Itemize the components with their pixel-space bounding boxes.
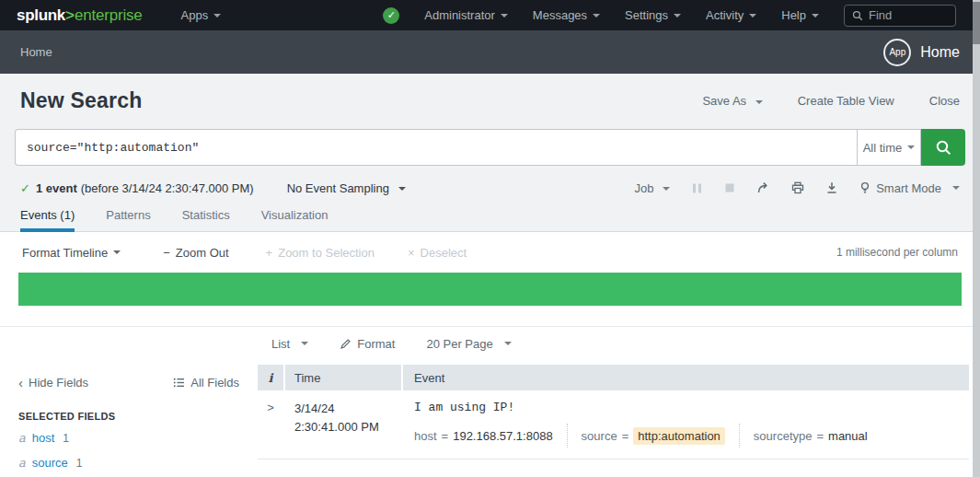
administrator-menu[interactable]: Administrator [424, 8, 508, 22]
field-type-icon: a [18, 455, 26, 471]
hide-fields-button[interactable]: ‹ Hide Fields [18, 376, 88, 390]
column-header-info[interactable]: i [258, 365, 283, 390]
pause-icon [691, 182, 703, 194]
help-menu[interactable]: Help [781, 8, 819, 22]
format-results-button[interactable]: Format [340, 337, 395, 351]
caret-down-icon [663, 187, 670, 191]
vertical-scrollbar[interactable] [973, 0, 980, 477]
list-view-menu[interactable]: List [271, 337, 308, 351]
health-check-icon[interactable]: ✓ [383, 7, 399, 24]
apps-menu[interactable]: Apps [181, 8, 222, 22]
caret-down-icon [749, 14, 756, 17]
event-count-detail: (before 3/14/24 2:30:47.000 PM) [81, 181, 254, 195]
event-sampling-menu[interactable]: No Event Sampling [287, 181, 406, 195]
event-field-source[interactable]: source = http:automation [582, 427, 725, 445]
settings-menu[interactable]: Settings [625, 8, 681, 22]
field-value[interactable]: manual [828, 429, 868, 443]
event-field-host[interactable]: host = 192.168.57.1:8088 [414, 429, 553, 443]
event-field-sourcetype[interactable]: sourcetype = manual [754, 429, 868, 443]
column-header-event[interactable]: Event [403, 365, 969, 390]
deselect-button[interactable]: × Deselect [408, 246, 467, 260]
messages-menu-label: Messages [533, 8, 587, 22]
share-button[interactable] [756, 181, 770, 194]
app-badge-icon: App [883, 39, 911, 66]
logo-splunk: splunk [17, 6, 65, 25]
timeline-histogram-bar[interactable] [18, 273, 962, 306]
all-fields-button[interactable]: All Fields [173, 376, 239, 390]
search-mode-label: Smart Mode [876, 181, 941, 195]
close-link[interactable]: Close [929, 94, 960, 108]
field-item-source[interactable]: a source 1 [18, 455, 239, 471]
per-page-menu[interactable]: 20 Per Page [426, 337, 511, 351]
equals-sign: = [816, 429, 824, 443]
deselect-label: Deselect [421, 246, 467, 260]
settings-menu-label: Settings [625, 8, 668, 22]
tab-events[interactable]: Events (1) [20, 208, 75, 231]
field-item-host[interactable]: a host 1 [18, 430, 239, 447]
help-menu-label: Help [781, 8, 806, 22]
app-bar: Home App Home [0, 30, 980, 74]
caret-down-icon [593, 14, 600, 17]
format-timeline-label: Format Timeline [22, 246, 108, 260]
fields-sidebar: ‹ Hide Fields All Fields SELECTED FIELDS… [0, 365, 258, 477]
format-timeline-menu[interactable]: Format Timeline [22, 246, 121, 260]
results-toolbar: List Format 20 Per Page [0, 326, 980, 360]
zoom-out-button[interactable]: − Zoom Out [163, 246, 228, 260]
expand-event-chevron[interactable]: > [267, 400, 274, 448]
caret-down-icon [907, 145, 915, 149]
search-button[interactable] [921, 129, 965, 166]
zoom-out-label: Zoom Out [176, 246, 229, 260]
zoom-to-selection-button[interactable]: + Zoom to Selection [266, 246, 375, 260]
search-query-input[interactable] [15, 129, 857, 166]
pause-button[interactable] [691, 182, 703, 194]
event-time-cell: 3/14/24 2:30:41.000 PM [285, 400, 401, 448]
scrollbar-thumb[interactable] [973, 2, 980, 44]
caret-down-icon [504, 342, 512, 345]
health-check-glyph: ✓ [387, 9, 396, 21]
tab-statistics[interactable]: Statistics [182, 208, 230, 231]
job-menu[interactable]: Job [635, 181, 671, 195]
list-icon [173, 377, 185, 389]
zoom-to-selection-label: Zoom to Selection [278, 246, 375, 260]
search-icon [935, 139, 952, 157]
stop-button[interactable] [724, 182, 735, 193]
events-table-header: i Time Event [258, 365, 969, 390]
caret-down-icon [812, 14, 819, 17]
print-button[interactable] [791, 181, 804, 194]
find-search[interactable] [844, 5, 956, 27]
messages-menu[interactable]: Messages [533, 8, 600, 22]
equals-sign: = [442, 429, 449, 443]
time-range-picker[interactable]: All time [857, 129, 921, 166]
caret-down-icon [501, 14, 508, 17]
pencil-icon [340, 338, 352, 350]
logo-enterprise: enterprise [75, 6, 143, 25]
activity-menu[interactable]: Activity [706, 8, 756, 22]
find-input[interactable] [869, 8, 948, 22]
stop-icon [724, 182, 735, 193]
administrator-menu-label: Administrator [424, 8, 495, 22]
breadcrumb[interactable]: Home [20, 45, 52, 59]
event-count: 1 event [36, 181, 77, 195]
selected-fields-heading: SELECTED FIELDS [18, 411, 239, 422]
event-date: 3/14/24 [294, 400, 401, 418]
field-key: source [582, 429, 617, 443]
field-separator [739, 424, 740, 448]
save-as-menu[interactable]: Save As [702, 94, 762, 108]
search-icon [852, 9, 863, 22]
tab-visualization[interactable]: Visualization [261, 208, 329, 231]
splunk-logo[interactable]: splunk > enterprise [17, 6, 143, 25]
caret-down-icon [301, 342, 308, 345]
column-header-time[interactable]: Time [285, 365, 401, 390]
event-row: > 3/14/24 2:30:41.000 PM I am using IP! … [258, 390, 969, 460]
print-icon [791, 181, 804, 194]
create-table-view-link[interactable]: Create Table View [798, 94, 894, 108]
field-value[interactable]: 192.168.57.1:8088 [453, 429, 552, 443]
export-button[interactable] [825, 181, 838, 194]
tab-patterns[interactable]: Patterns [106, 208, 150, 231]
apps-menu-label: Apps [181, 8, 209, 22]
search-mode-menu[interactable]: Smart Mode [859, 181, 960, 195]
plus-icon: + [266, 246, 273, 260]
field-value-highlighted[interactable]: http:automation [633, 427, 725, 445]
share-icon [756, 181, 770, 194]
search-header-section: New Search Save As Create Table View Clo… [0, 74, 980, 232]
